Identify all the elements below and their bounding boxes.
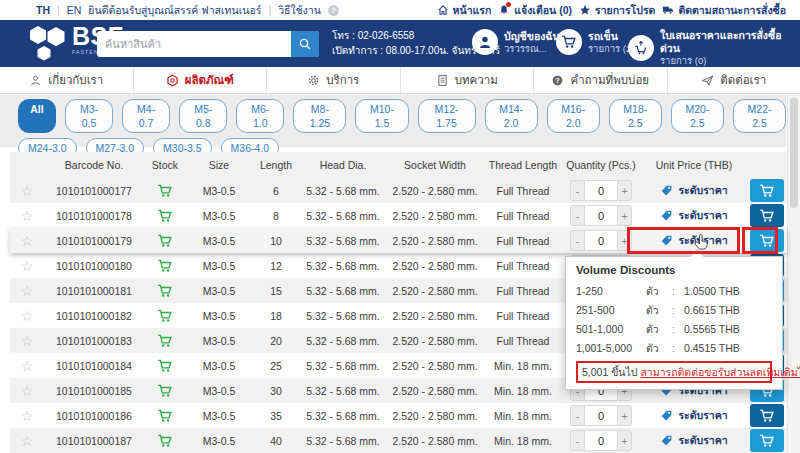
filter-chip-m18-2.5[interactable]: M18-2.5 — [609, 99, 662, 133]
favorite-star-icon[interactable]: ☆ — [21, 383, 34, 399]
favorite-star-icon[interactable]: ☆ — [21, 233, 34, 249]
quantity-increase-button[interactable]: + — [617, 205, 632, 226]
quantity-increase-button[interactable]: + — [617, 230, 632, 251]
quantity-decrease-button[interactable]: - — [570, 205, 585, 226]
favorite-cell: ☆ — [10, 253, 44, 278]
quote-menu[interactable]: ใบเสนอราคาและการสั่งซื้อด่วน รายการ (0) — [628, 29, 800, 67]
quantity-decrease-button[interactable]: - — [570, 430, 585, 451]
filter-chip-m3-0.5[interactable]: M3-0.5 — [65, 99, 113, 133]
barcode-cell: 1010101000184 — [44, 353, 144, 378]
barcode-cell: 1010101000179 — [44, 228, 144, 253]
column-header-Socket Width: Socket Width — [386, 152, 484, 178]
nav-item-question[interactable]: คำถามที่พบบ่อย — [534, 67, 668, 93]
quantity-value[interactable]: 0 — [585, 180, 617, 201]
stock-cell — [144, 203, 186, 228]
barcode-cell: 1010101000178 — [44, 203, 144, 228]
help-question-icon[interactable]: ? — [328, 5, 339, 16]
filter-chip-all[interactable]: All — [18, 99, 56, 133]
size-cell: M3-0.5 — [186, 303, 252, 328]
add-to-cart-button[interactable] — [750, 404, 784, 427]
quote-title: ใบเสนอราคาและการสั่งซื้อด่วน — [660, 29, 800, 55]
size-cell: M3-0.5 — [186, 203, 252, 228]
barcode-cell: 1010101000183 — [44, 328, 144, 353]
price-level-link[interactable]: ระดับราคา — [640, 178, 748, 203]
tier-range: 1,001-5,000 — [576, 339, 646, 358]
favorite-star-icon[interactable]: ☆ — [21, 358, 34, 374]
quantity-cell: -0+ — [562, 178, 640, 203]
filter-chip-m20-2.5[interactable]: M20-2.5 — [671, 99, 724, 133]
nav-item-person[interactable]: เกี่ยวกับเรา — [0, 67, 134, 93]
add-to-cart-button[interactable] — [750, 229, 784, 252]
nav-item-send[interactable]: ติดต่อเรา — [668, 67, 800, 93]
cart-menu[interactable]: รถเข็น รายการ (2) — [556, 29, 634, 55]
favorite-star-icon[interactable]: ☆ — [21, 308, 34, 324]
filter-chip-m22-2.5[interactable]: M22-2.5 — [733, 99, 786, 133]
favorite-cell: ☆ — [10, 328, 44, 353]
length-cell: 12 — [252, 253, 300, 278]
quantity-value[interactable]: 0 — [585, 430, 617, 451]
thread-length-cell: Full Thread — [484, 328, 562, 353]
filter-chip-m6-1.0[interactable]: M6-1.0 — [236, 99, 284, 133]
filter-chip-m8-1.25[interactable]: M8-1.25 — [293, 99, 346, 133]
utility-link-star[interactable]: รายการโปรด — [579, 2, 655, 19]
favorite-star-icon[interactable]: ☆ — [21, 258, 34, 274]
favorite-star-icon[interactable]: ☆ — [21, 333, 34, 349]
thread-length-cell: Full Thread — [484, 253, 562, 278]
add-to-cart-button[interactable] — [750, 204, 784, 227]
filter-chip-m4-0.7[interactable]: M4-0.7 — [122, 99, 170, 133]
size-cell: M3-0.5 — [186, 228, 252, 253]
scrollbar[interactable] — [787, 94, 800, 453]
favorite-star-icon[interactable]: ☆ — [21, 283, 34, 299]
search-button[interactable] — [291, 31, 319, 57]
account-menu[interactable]: บัญชีของฉัน วรวรรณ... — [472, 29, 560, 55]
column-header-Thread Length: Thread Length — [484, 152, 562, 178]
quantity-increase-button[interactable]: + — [617, 405, 632, 426]
length-cell: 35 — [252, 403, 300, 428]
lang-th[interactable]: TH — [36, 4, 50, 16]
nav-item-gear[interactable]: บริการ — [267, 67, 401, 93]
filter-chip-m16-2.0[interactable]: M16-2.0 — [547, 99, 600, 133]
add-to-cart-button[interactable] — [750, 179, 784, 202]
lang-en[interactable]: EN — [67, 4, 82, 16]
quantity-value[interactable]: 0 — [585, 405, 617, 426]
quantity-decrease-button[interactable]: - — [570, 180, 585, 201]
quantity-value[interactable]: 0 — [585, 230, 617, 251]
stock-cart-icon — [157, 333, 173, 349]
filter-chip-m14-2.0[interactable]: M14-2.0 — [485, 99, 538, 133]
help-link[interactable]: วิธีใช้งาน — [278, 2, 321, 19]
scrollbar-thumb[interactable] — [790, 98, 798, 208]
search-input[interactable] — [97, 38, 291, 50]
favorite-cell: ☆ — [10, 228, 44, 253]
filter-chip-m5-0.8[interactable]: M5-0.8 — [179, 99, 227, 133]
utility-link-truck[interactable]: ติดตามสถานะการสั่งซื้อ — [662, 2, 786, 19]
quantity-decrease-button[interactable]: - — [570, 405, 585, 426]
utility-link-home[interactable]: หน้าแรก — [437, 2, 492, 19]
nav-item-bolt[interactable]: ผลิตภัณฑ์ — [134, 67, 268, 93]
cart-icon — [759, 408, 775, 424]
filter-chip-m10-1.5[interactable]: M10-1.5 — [355, 99, 408, 133]
cart-icon — [759, 183, 775, 199]
size-cell: M3-0.5 — [186, 403, 252, 428]
barcode-cell: 1010101000186 — [44, 403, 144, 428]
quantity-increase-button[interactable]: + — [617, 430, 632, 451]
quantity-increase-button[interactable]: + — [617, 180, 632, 201]
add-to-cart-button[interactable] — [750, 429, 784, 452]
contact-discount-link[interactable]: สามารถติดต่อขอรับส่วนลดเพิ่มเติมได้ — [640, 366, 800, 378]
price-level-link[interactable]: ระดับราคา — [640, 203, 748, 228]
length-cell: 25 — [252, 353, 300, 378]
size-cell: M3-0.5 — [186, 278, 252, 303]
filter-chip-m12-1.75[interactable]: M12-1.75 — [418, 99, 476, 133]
quantity-decrease-button[interactable]: - — [570, 230, 585, 251]
size-cell: M3-0.5 — [186, 378, 252, 403]
quantity-value[interactable]: 0 — [585, 205, 617, 226]
utility-link-bell[interactable]: แจ้งเตือน (0) — [498, 2, 572, 19]
price-level-link[interactable]: ระดับราคา — [640, 403, 748, 428]
head-dia-cell: 5.32 - 5.68 mm. — [300, 303, 386, 328]
favorite-star-icon[interactable]: ☆ — [21, 208, 34, 224]
favorite-star-icon[interactable]: ☆ — [21, 433, 34, 449]
favorite-star-icon[interactable]: ☆ — [21, 408, 34, 424]
favorite-star-icon[interactable]: ☆ — [21, 183, 34, 199]
price-level-link[interactable]: ระดับราคา — [640, 428, 748, 453]
tier-unit: ตัว — [646, 320, 672, 339]
nav-item-doc[interactable]: บทความ — [401, 67, 535, 93]
